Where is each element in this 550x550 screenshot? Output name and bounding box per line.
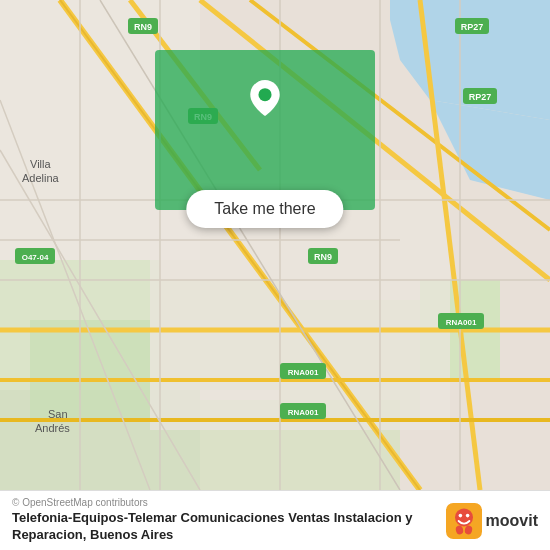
svg-text:Andrés: Andrés xyxy=(35,422,70,434)
svg-text:RP27: RP27 xyxy=(461,22,484,32)
svg-text:San: San xyxy=(48,408,68,420)
svg-text:Villa: Villa xyxy=(30,158,51,170)
svg-point-57 xyxy=(458,513,462,517)
svg-point-54 xyxy=(258,88,271,101)
svg-text:RN9: RN9 xyxy=(134,22,152,32)
svg-text:RNA001: RNA001 xyxy=(446,318,477,327)
location-name: Telefonia-Equipos-Telemar Comunicaciones… xyxy=(12,510,434,544)
take-me-there-button[interactable]: Take me there xyxy=(186,190,343,228)
copyright-text: © OpenStreetMap contributors xyxy=(12,497,434,508)
svg-text:RP27: RP27 xyxy=(469,92,492,102)
svg-text:RN9: RN9 xyxy=(314,252,332,262)
map-container: RN9 RN9 RN9 RP27 RP27 RNA001 RNA001 RNA0… xyxy=(0,0,550,490)
moovit-label: moovit xyxy=(486,512,538,530)
svg-text:RNA001: RNA001 xyxy=(288,408,319,417)
moovit-logo: moovit xyxy=(446,503,538,539)
location-pin-icon xyxy=(247,80,283,116)
svg-text:O47-04: O47-04 xyxy=(22,253,49,262)
bottom-bar: © OpenStreetMap contributors Telefonia-E… xyxy=(0,490,550,550)
svg-text:Adelina: Adelina xyxy=(22,172,60,184)
moovit-icon xyxy=(446,503,482,539)
svg-point-58 xyxy=(465,513,469,517)
svg-text:RNA001: RNA001 xyxy=(288,368,319,377)
location-info: © OpenStreetMap contributors Telefonia-E… xyxy=(12,497,434,544)
location-highlight: Take me there xyxy=(155,50,375,210)
